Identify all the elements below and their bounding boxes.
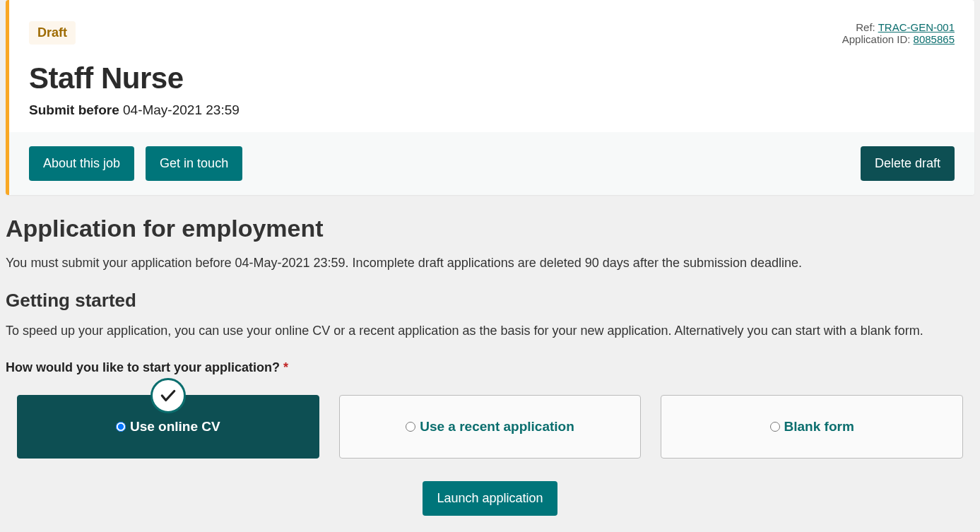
card-action-bar: About this job Get in touch Delete draft: [9, 132, 974, 195]
ref-link[interactable]: TRAC-GEN-001: [878, 21, 955, 33]
about-job-button[interactable]: About this job: [29, 146, 134, 181]
status-badge: Draft: [29, 21, 76, 45]
start-options: Use online CV Use a recent application B…: [17, 395, 963, 459]
job-card-header: Draft Ref: TRAC-GEN-001 Application ID: …: [9, 0, 974, 132]
submit-label: Submit before: [29, 102, 119, 117]
option-online-cv[interactable]: Use online CV: [17, 395, 319, 459]
radio-blank[interactable]: [770, 422, 780, 432]
getting-started-heading: Getting started: [6, 290, 974, 312]
submit-value: 04-May-2021 23:59: [119, 102, 240, 117]
job-card: Draft Ref: TRAC-GEN-001 Application ID: …: [6, 0, 974, 195]
option-label-online-cv: Use online CV: [130, 419, 220, 435]
ref-line: Ref: TRAC-GEN-001: [842, 21, 955, 33]
check-icon: [150, 378, 186, 413]
launch-application-button[interactable]: Launch application: [423, 481, 557, 516]
page-heading: Application for employment: [6, 215, 974, 242]
start-question: How would you like to start your applica…: [6, 360, 974, 375]
appid-label: Application ID:: [842, 33, 914, 45]
launch-wrapper: Launch application: [6, 481, 974, 516]
getting-started-text: To speed up your application, you can us…: [6, 321, 974, 341]
option-recent-application[interactable]: Use a recent application: [339, 395, 642, 459]
get-in-touch-button[interactable]: Get in touch: [146, 146, 242, 181]
appid-link[interactable]: 8085865: [914, 33, 955, 45]
question-text: How would you like to start your applica…: [6, 360, 283, 374]
reference-block: Ref: TRAC-GEN-001 Application ID: 808586…: [842, 21, 955, 45]
main-content: Application for employment You must subm…: [0, 195, 980, 532]
radio-online-cv[interactable]: [116, 422, 126, 432]
option-blank-form[interactable]: Blank form: [661, 395, 963, 459]
intro-text: You must submit your application before …: [6, 254, 974, 273]
ref-label: Ref:: [856, 21, 878, 33]
delete-draft-button[interactable]: Delete draft: [861, 146, 955, 181]
submit-deadline: Submit before 04-May-2021 23:59: [29, 102, 955, 118]
option-label-recent: Use a recent application: [420, 419, 574, 435]
option-label-blank: Blank form: [784, 419, 854, 435]
job-title: Staff Nurse: [29, 61, 955, 95]
required-asterisk: *: [283, 360, 288, 374]
radio-recent[interactable]: [406, 422, 415, 432]
appid-line: Application ID: 8085865: [842, 33, 955, 45]
